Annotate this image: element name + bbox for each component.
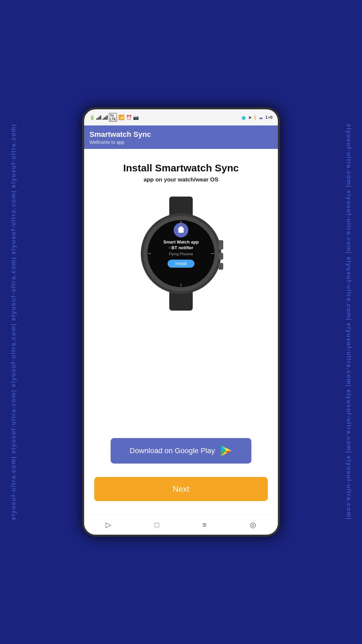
watermark-left: elyusuf-ultra.com| elyusuf-ultra.com| el… [0,0,27,644]
lte-icon: YoLTE [109,113,117,122]
status-time: 1:•0 [265,115,273,120]
status-bar-left: 🔋 YoLTE 📶 ⏰ 📷 [89,113,139,122]
svg-text:Flying Phoenix: Flying Phoenix [169,252,193,256]
svg-marker-23 [226,448,232,451]
svg-rect-4 [219,240,223,250]
svg-rect-6 [219,263,223,270]
svg-text:Install: Install [175,261,187,266]
bottom-nav: ▷ □ ≡ ◎ [84,515,278,535]
phone-frame: 🔋 YoLTE 📶 ⏰ 📷 ◉ ➤ ₿ ☁ [82,107,280,537]
status-bar-right: ◉ ➤ ₿ ☁ 1:•0 [241,114,273,121]
battery-icon: 🔋 [89,115,95,120]
watermark-right: elyusuf-ultra.com| elyusuf-ultra.com| el… [335,0,362,644]
svg-text:Smart Watch app: Smart Watch app [163,239,199,245]
watch-svg: Smart Watch app - BT notifier Flying Pho… [134,197,228,311]
menu-button[interactable]: ≡ [202,521,207,529]
teal-icon: ◉ [241,114,246,121]
recents-button[interactable]: ◎ [250,521,256,529]
svg-marker-24 [226,451,232,453]
back-button[interactable]: ▷ [106,521,111,529]
cloud-icon: ☁ [258,115,263,120]
svg-rect-9 [178,227,184,233]
bottom-section: Next [94,477,268,508]
location-icon: ➤ [248,115,252,120]
svg-text:- BT notifier: - BT notifier [169,245,193,250]
bitcoin-icon: ₿ [254,115,256,120]
status-bar: 🔋 YoLTE 📶 ⏰ 📷 ◉ ➤ ₿ ☁ [84,109,278,125]
google-play-label: Download on Google Play [130,446,215,455]
watch-illustration: Smart Watch app - BT notifier Flying Pho… [131,193,231,314]
alarm-icon: ⏰ [126,115,132,120]
google-play-button[interactable]: Download on Google Play [111,438,251,464]
install-title: Install Smartwatch Sync [123,162,239,174]
signal-bars-1 [96,115,101,120]
svg-rect-5 [219,253,223,260]
home-button[interactable]: □ [155,521,159,529]
svg-rect-10 [180,226,182,228]
app-title: Smartwatch Sync [89,130,273,139]
screen-icon: 📷 [133,115,139,120]
signal-bars-2 [103,115,108,120]
wifi-icon: 📶 [118,114,125,120]
main-content: Install Smartwatch Sync app on your watc… [84,149,278,515]
app-subtitle: Wellcome to app [89,140,273,145]
play-store-icon [220,445,232,457]
install-subtitle: app on your watch/wear OS [144,176,219,183]
app-bar: Smartwatch Sync Wellcome to app [84,125,278,149]
next-button[interactable]: Next [94,477,268,501]
